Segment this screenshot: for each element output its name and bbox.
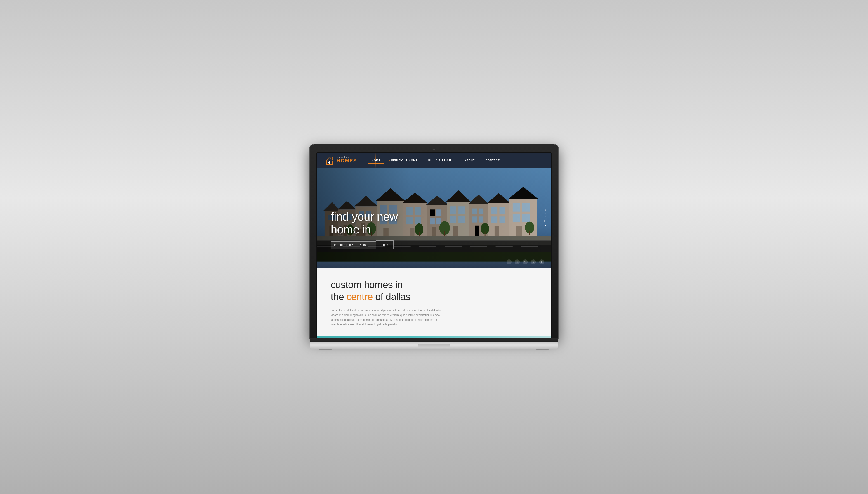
nav-dot-find xyxy=(389,160,390,161)
content-section: custom homes in the centre of dallas Lor… xyxy=(317,268,551,336)
slide-nav-dots: 04 xyxy=(544,209,546,226)
heading-line2-pre: the xyxy=(331,291,346,302)
nav-label-find: FIND YOUR HOME xyxy=(391,159,417,162)
logo-homes: HOMES xyxy=(337,158,358,163)
nav-link-find[interactable]: FIND YOUR HOME xyxy=(384,157,421,164)
email-icon[interactable]: ✉ xyxy=(523,260,528,264)
bottom-accent-bar xyxy=(317,336,551,338)
nav-label-home: HOME xyxy=(372,159,380,162)
logo-text: centre living HOMES A Green Brick Partne… xyxy=(337,156,358,165)
section-heading: custom homes in the centre of dallas xyxy=(331,279,537,303)
hero-content: find your new home in RESIDENCES AT CITY… xyxy=(331,210,398,249)
laptop-hinge xyxy=(310,341,558,342)
nav-link-contact[interactable]: CONTACT xyxy=(479,157,504,164)
location-wrapper[interactable]: RESIDENCES AT CITYLINE DOWNTOWN DALLAS U… xyxy=(331,241,376,249)
laptop-bottom-frame xyxy=(310,338,558,342)
heading-line2-post: of dallas xyxy=(373,291,410,302)
logo-sub: A Green Brick Partner xyxy=(337,163,358,165)
slide-dot-2[interactable] xyxy=(545,213,546,214)
laptop-mockup: H centre living HOMES A xyxy=(310,144,558,349)
location-select[interactable]: RESIDENCES AT CITYLINE DOWNTOWN DALLAS U… xyxy=(331,241,376,249)
main-nav: HOME FIND YOUR HOME xyxy=(368,157,504,164)
nav-dot-about xyxy=(462,160,463,161)
section-body: Lorem ipsum dolor sit amet, consectetur … xyxy=(331,308,444,327)
slide-dot-1[interactable] xyxy=(545,209,546,211)
nav-item-contact[interactable]: CONTACT xyxy=(479,157,504,164)
social-bar: f t ✉ ▶ p xyxy=(507,260,544,264)
dropdown-arrow: ▾ xyxy=(453,159,454,162)
laptop-base xyxy=(310,342,558,349)
hero-title: find your new home in xyxy=(331,210,398,236)
go-button[interactable]: GO xyxy=(376,241,394,249)
slide-dot-4[interactable] xyxy=(545,225,546,226)
svg-text:H: H xyxy=(328,161,330,165)
logo-icon: H xyxy=(324,155,335,166)
youtube-icon[interactable]: ▶ xyxy=(531,260,536,264)
slide-number: 04 xyxy=(544,220,546,222)
nav-label-build: BUILD & PRICE xyxy=(428,159,451,162)
nav-label-contact: CONTACT xyxy=(486,159,500,162)
screen-content: H centre living HOMES A xyxy=(317,153,551,338)
nav-item-home[interactable]: HOME xyxy=(368,157,384,164)
site-header: H centre living HOMES A xyxy=(317,153,551,168)
twitter-icon[interactable]: t xyxy=(515,260,520,264)
screen-bezel: H centre living HOMES A xyxy=(316,152,552,338)
hero-section: find your new home in RESIDENCES AT CITY… xyxy=(317,168,551,268)
nav-link-home[interactable]: HOME xyxy=(368,157,384,164)
nav-item-about[interactable]: ABOUT xyxy=(458,157,479,164)
laptop-camera xyxy=(433,148,435,150)
hero-search-row: RESIDENCES AT CITYLINE DOWNTOWN DALLAS U… xyxy=(331,241,398,249)
nav-label-about: ABOUT xyxy=(464,159,475,162)
pinterest-icon[interactable]: p xyxy=(539,260,544,264)
nav-list: HOME FIND YOUR HOME xyxy=(368,157,504,164)
nav-item-build[interactable]: BUILD & PRICE ▾ xyxy=(422,157,458,164)
facebook-icon[interactable]: f xyxy=(507,260,512,264)
nav-link-about[interactable]: ABOUT xyxy=(458,157,479,164)
nav-dot-contact xyxy=(483,160,484,161)
slide-dot-3[interactable] xyxy=(545,216,546,217)
laptop-trackpad[interactable] xyxy=(418,344,450,347)
heading-line1: custom homes in xyxy=(331,279,402,290)
nav-item-find[interactable]: FIND YOUR HOME xyxy=(384,157,421,164)
svg-point-2 xyxy=(332,157,333,158)
go-label: GO xyxy=(381,244,386,246)
nav-link-build[interactable]: BUILD & PRICE ▾ xyxy=(422,157,458,164)
heading-accent: centre xyxy=(346,291,373,302)
logo-area[interactable]: H centre living HOMES A xyxy=(324,155,358,166)
nav-dot-build xyxy=(426,160,427,161)
laptop-screen-frame: H centre living HOMES A xyxy=(310,144,558,338)
